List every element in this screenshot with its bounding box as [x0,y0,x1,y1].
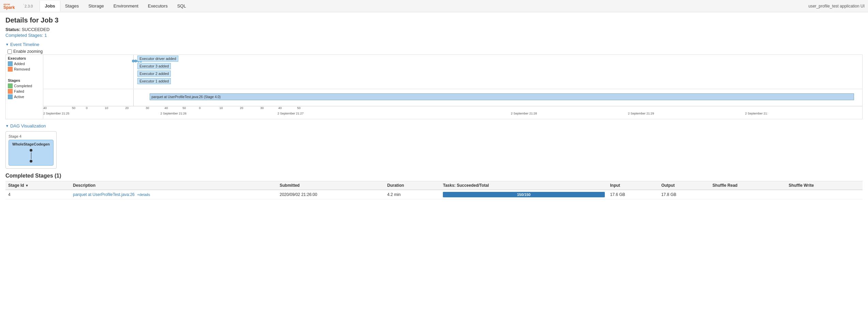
cell-submitted: 2020/09/02 21:26:00 [277,190,384,199]
dag-arrow-icon: ▼ [5,124,9,128]
completed-stages-link[interactable]: Completed Stages: 1 [5,33,47,38]
col-description-label: Description [73,183,95,188]
legend-removed: Removed [8,67,41,72]
table-body: 4 parquet at UserProfileTest.java:26 +de… [5,190,863,199]
col-submitted-label: Submitted [280,183,300,188]
enable-zoom-row: Enable zooming [5,48,863,55]
col-stage-id-label: Stage Id [8,183,24,188]
exec-driver-label: Executor driver added [137,56,178,62]
completed-stages-label: Completed Stages: [5,33,43,38]
legend-completed-label: Completed [14,84,32,88]
stage-bar[interactable]: parquet at UserProfileTest.java:26 (Stag… [150,93,854,100]
tick-20a: 20 [125,106,129,110]
cell-input: 17.6 GB [608,190,659,199]
col-tasks-label: Tasks: Succeeded/Total [443,183,489,188]
legend-added-color [8,61,13,66]
dag-line [31,152,31,159]
tick-10a: 10 [105,106,108,110]
nav-environment[interactable]: Environment [109,1,143,12]
legend-removed-label: Removed [14,67,30,71]
tick-20b: 20 [240,106,243,110]
col-stage-id[interactable]: Stage Id ▼ [5,181,70,190]
tick-50a: 50 [182,106,186,110]
dag-section-label: DAG Visualization [10,123,46,128]
nav-jobs[interactable]: Jobs [40,1,60,12]
ts-1: 2 September 21:25 [43,112,70,115]
description-link[interactable]: parquet at UserProfileTest.java:26 [73,192,135,197]
status-label: Status: [5,27,20,32]
navbar: APACHE Spark 2.3.0 Jobs Stages Storage E… [0,0,868,12]
task-bar-fill: 150/150 [443,192,604,197]
tick-40a: 40 [164,106,168,110]
dag-dot-bottom [30,160,32,163]
sort-icon-stage-id: ▼ [25,184,29,187]
ts-6: 2 September 21: [745,112,768,115]
cell-tasks: 150/150 [440,190,607,199]
stages-table: Stage Id ▼ Description Submitted Duratio… [5,181,863,199]
timeline-legend: Executors Added Removed Stages Completed [6,55,43,119]
stage-legend-group: Stages Completed Failed Active [8,78,41,99]
dag-section-header[interactable]: ▼ DAG Visualization [5,123,863,128]
dag-stage-box: Stage 4 WholeStageCodegen [5,131,57,169]
svg-text:Spark: Spark [3,5,15,10]
col-duration[interactable]: Duration [385,181,440,190]
dag-node-title: WholeStageCodegen [12,142,50,146]
completed-stages-title: Completed Stages (1) [5,173,863,179]
enable-zoom-checkbox[interactable] [8,49,12,54]
legend-failed-color [8,89,13,94]
col-submitted[interactable]: Submitted [277,181,384,190]
details-link[interactable]: +details [137,193,150,197]
col-shuffle-read[interactable]: Shuffle Read [710,181,786,190]
exec-1-label: Executor 1 added [137,78,171,84]
timestamp-labels: 2 September 21:25 2 September 21:26 2 Se… [43,112,862,117]
col-input-label: Input [610,183,620,188]
legend-completed: Completed [8,83,41,88]
tick-50b: 50 [297,106,301,110]
legend-completed-color [8,83,13,88]
page-content: Details for Job 3 Status: SUCCEEDED Comp… [0,12,868,203]
status-line: Status: SUCCEEDED [5,27,863,32]
col-tasks[interactable]: Tasks: Succeeded/Total [440,181,607,190]
nav-sql[interactable]: SQL [173,1,191,12]
timeline-legend-area: Executors Added Removed Stages Completed [6,55,862,119]
timeline-container: Executors Added Removed Stages Completed [5,55,863,119]
brand: APACHE Spark 2.3.0 [3,1,33,11]
ts-2: 2 September 21:26 [160,112,186,115]
task-bar-container: 150/150 [443,192,604,197]
table-row: 4 parquet at UserProfileTest.java:26 +de… [5,190,863,199]
stage-area: parquet at UserProfileTest.java:26 (Stag… [43,89,862,106]
col-shuffle-read-label: Shuffle Read [713,183,737,188]
completed-stages-line: Completed Stages: 1 [5,33,863,38]
exec-3-label: Executor 3 added [137,63,171,69]
timeline-axis: 40 50 0 10 20 30 40 50 0 10 20 30 [43,106,862,119]
nav-executors[interactable]: Executors [143,1,173,12]
tick-30a: 30 [146,106,149,110]
event-timeline-header[interactable]: ▼ Event Timeline [5,42,863,47]
app-name: user_profile_test application UI [808,4,865,9]
executor-area: Executor driver added Executor 3 added E… [43,55,862,89]
legend-added: Added [8,61,41,66]
tick-40: 40 [43,106,47,110]
nav-storage[interactable]: Storage [84,1,109,12]
event-timeline-label: Event Timeline [10,42,39,47]
cell-stage-id: 4 [5,190,70,199]
col-output[interactable]: Output [659,181,710,190]
dag-stage-label: Stage 4 [9,134,54,138]
cell-shuffle-read [710,190,786,199]
col-output-label: Output [661,183,675,188]
table-header-row: Stage Id ▼ Description Submitted Duratio… [5,181,863,190]
status-value: SUCCEEDED [22,27,50,32]
col-description[interactable]: Description [70,181,277,190]
tick-50: 50 [72,106,75,110]
cell-description: parquet at UserProfileTest.java:26 +deta… [70,190,277,199]
stage-bar-label: parquet at UserProfileTest.java:26 (Stag… [151,95,221,99]
dag-dot-top [30,149,32,152]
spark-logo: APACHE Spark [3,1,24,11]
cell-duration: 4.2 min [385,190,440,199]
legend-added-label: Added [14,62,25,66]
col-shuffle-write[interactable]: Shuffle Write [786,181,863,190]
nav-stages[interactable]: Stages [60,1,84,12]
col-input[interactable]: Input [608,181,659,190]
arrow-icon: ▼ [5,43,9,46]
legend-removed-color [8,67,13,72]
